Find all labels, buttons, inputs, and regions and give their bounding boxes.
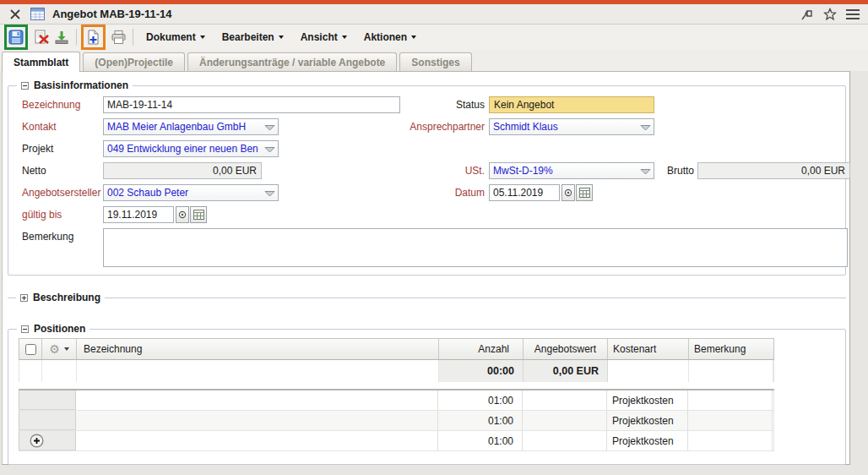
row-handle [19, 411, 76, 430]
ansprechpartner-dropdown[interactable]: Schmidt Klaus [489, 118, 654, 135]
bezeichnung-field [103, 96, 400, 113]
target-dot-icon [178, 210, 187, 219]
plus-circle-icon [30, 434, 44, 448]
save-button[interactable] [7, 27, 25, 47]
star-icon[interactable] [822, 6, 838, 23]
column-header-bezeichnung[interactable]: Bezeichnung [77, 339, 439, 359]
column-header-kostenart[interactable]: Kostenart [608, 339, 689, 359]
cell-kostenart: Projektkosten [607, 390, 688, 410]
download-arrow-icon [54, 30, 69, 45]
close-icon[interactable] [7, 6, 24, 23]
calendar-icon [193, 210, 204, 220]
chevron-down-icon [279, 35, 284, 39]
cell-kostenart: Projektkosten [607, 431, 688, 450]
table-header-row: ⚙ Bezeichnung Anzahl Angebotswert Kosten… [19, 338, 774, 360]
netto-label: Netto [22, 162, 46, 179]
tab-stammblatt[interactable]: Stammblatt [2, 52, 80, 72]
chevron-down-icon [264, 190, 275, 197]
section-positionen: Positionen ⚙ Bezeichnung Anzahl Angebots… [8, 329, 846, 465]
table-separator [19, 382, 774, 390]
row-handle [19, 431, 76, 450]
tab-open-projectile[interactable]: (Open)Projectile [83, 52, 185, 71]
new-document-button[interactable] [84, 27, 103, 47]
floppy-disk-icon [8, 30, 24, 45]
content-area: Basisinformationen Bezeichnung Status Ke… [2, 71, 850, 465]
gueltig-bis-input[interactable] [103, 206, 174, 223]
cell-bemerkung [688, 411, 773, 430]
cell-anzahl: 01:00 [438, 431, 523, 450]
save-highlight-annotation [4, 25, 28, 50]
menu-bearbeiten[interactable]: Bearbeiten [222, 31, 284, 43]
cell-bezeichnung [76, 390, 438, 410]
projekt-label: Projekt [22, 140, 53, 157]
brutto-field: 0,00 EUR [697, 162, 850, 179]
table-settings-button[interactable]: ⚙ [42, 339, 77, 359]
status-field: Kein Angebot [489, 96, 654, 113]
collapse-section-icon[interactable] [21, 82, 29, 90]
column-header-anzahl[interactable]: Anzahl [439, 339, 524, 359]
chevron-down-icon [200, 35, 205, 39]
cell-angebotswert [523, 431, 607, 450]
section-beschreibung-legend: Beschreibung [16, 292, 105, 303]
datum-calendar-button[interactable] [576, 184, 593, 201]
section-basisinformationen: Basisinformationen Bezeichnung Status Ke… [8, 85, 846, 276]
new-document-highlight-annotation [81, 25, 106, 50]
cell-bemerkung [688, 390, 773, 410]
printer-icon [111, 30, 127, 45]
cell-angebotswert [523, 390, 607, 410]
column-header-bemerkung[interactable]: Bemerkung [689, 339, 773, 359]
cell-anzahl: 01:00 [438, 411, 523, 430]
import-button[interactable] [52, 26, 72, 48]
row-handle [19, 390, 76, 410]
angebotsersteller-dropdown[interactable]: 002 Schaub Peter [103, 184, 279, 201]
gear-icon: ⚙ [49, 343, 60, 355]
toolbar: Dokument Bearbeiten Ansicht Aktionen [0, 25, 868, 50]
menu-bar: Dokument Bearbeiten Ansicht Aktionen [146, 31, 416, 43]
status-label: Status [358, 96, 485, 113]
app-window: Angebot MAB-19-11-14 [0, 0, 868, 475]
collapse-section-icon[interactable] [21, 325, 29, 333]
ansprechpartner-label: Ansprechpartner [358, 118, 485, 135]
menu-dokument[interactable]: Dokument [146, 31, 205, 43]
menu-ansicht[interactable]: Ansicht [301, 31, 347, 43]
section-beschreibung: Beschreibung [8, 298, 846, 298]
table-row[interactable]: 01:00 Projektkosten [19, 390, 774, 411]
delete-button[interactable] [31, 26, 52, 48]
pin-icon[interactable] [799, 6, 816, 23]
toolbar-separator [76, 29, 77, 46]
table-row[interactable]: 01:00 Projektkosten [19, 411, 774, 431]
tab-aenderungsantraege[interactable]: Änderungsanträge / variable Angebote [187, 52, 397, 71]
datum-now-button[interactable] [561, 184, 575, 201]
netto-field: 0,00 EUR [103, 162, 262, 179]
table-row[interactable]: 01:00 Projektkosten [19, 431, 774, 451]
kontakt-dropdown[interactable]: MAB Meier Anlagenbau GmbH [103, 118, 279, 135]
expand-section-icon[interactable] [20, 294, 28, 302]
menu-icon[interactable] [844, 6, 861, 23]
column-header-angebotswert[interactable]: Angebotswert [524, 339, 608, 359]
bemerkung-textarea[interactable] [103, 228, 848, 267]
select-all-checkbox[interactable] [25, 344, 36, 355]
datum-input[interactable] [489, 184, 560, 201]
calendar-icon [579, 188, 590, 198]
summary-angebotswert: 0,00 EUR [524, 360, 608, 382]
chevron-down-icon [640, 124, 651, 131]
add-position-button[interactable] [30, 434, 44, 448]
cell-bemerkung [688, 431, 773, 450]
tab-bar: Stammblatt (Open)Projectile Änderungsant… [0, 50, 868, 71]
kontakt-label: Kontakt [22, 118, 57, 135]
bemerkung-label: Bemerkung [22, 228, 73, 245]
menu-aktionen[interactable]: Aktionen [364, 31, 416, 43]
window-title: Angebot MAB-19-11-14 [52, 8, 172, 20]
cell-angebotswert [523, 411, 607, 430]
chevron-down-icon [411, 35, 416, 39]
gueltig-bis-calendar-button[interactable] [190, 206, 207, 223]
section-basisinformationen-legend: Basisinformationen [17, 79, 133, 91]
bezeichnung-input[interactable] [103, 96, 400, 113]
projekt-dropdown[interactable]: 049 Entwicklung einer neuen Ben [103, 140, 279, 157]
bezeichnung-label: Bezeichnung [22, 96, 80, 113]
tab-sonstiges[interactable]: Sonstiges [399, 52, 471, 71]
gueltig-bis-now-button[interactable] [176, 206, 189, 223]
chevron-down-icon [264, 124, 275, 131]
cell-anzahl: 01:00 [438, 390, 523, 410]
print-button[interactable] [108, 26, 128, 48]
